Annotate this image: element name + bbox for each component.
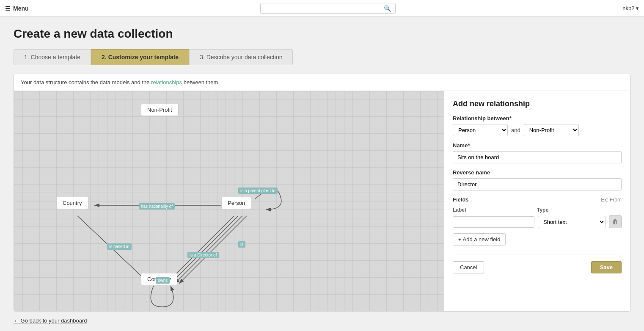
relationship-label: Relationship between* <box>453 115 622 121</box>
edge-label-is-based-in: is based in <box>107 243 132 250</box>
edge-label-is: is <box>238 241 245 248</box>
edge-label-parent: is a parent of ed to <box>238 188 278 194</box>
reverse-name-group: Reverse name <box>453 169 622 190</box>
step-3[interactable]: 3. Describe your data collection <box>189 49 293 65</box>
field-col-del-header <box>608 207 622 213</box>
graph-area[interactable]: Non-Profit Country Person Company has na… <box>14 91 444 311</box>
svg-line-3 <box>171 216 238 284</box>
and-text: and <box>511 127 520 133</box>
panel-title: Add new relationship <box>453 99 622 108</box>
save-button[interactable]: Save <box>591 261 622 273</box>
info-text-start: Your data structure contains the data mo… <box>21 79 151 86</box>
node-person[interactable]: Person <box>221 197 251 209</box>
info-bar: Your data structure contains the data mo… <box>14 74 630 91</box>
field-label-input-0[interactable] <box>453 216 534 228</box>
name-group: Name* <box>453 142 622 163</box>
menu-label: Menu <box>13 5 29 12</box>
info-text-end: between them. <box>182 79 220 86</box>
field-type-select-0[interactable]: Short text Long text Number Date Boolean <box>538 216 605 228</box>
fields-label: Fields <box>453 196 469 203</box>
node-non-profit[interactable]: Non-Profit <box>141 104 179 116</box>
entity1-select[interactable]: Person Company Country Non-Profit <box>453 124 508 136</box>
topnav: ☰ Menu 🔍 nkb2 ▾ <box>0 0 644 17</box>
right-panel: Add new relationship Relationship betwee… <box>444 91 630 311</box>
edge-label-is-director: is a Director of <box>187 252 219 258</box>
steps: 1. Choose a template 2. Customize your t… <box>14 49 630 65</box>
field-col-label-header: Label <box>453 207 534 213</box>
name-label: Name* <box>453 142 622 149</box>
page-title: Create a new data collection <box>14 27 630 41</box>
delete-field-button-0[interactable]: 🗑 <box>609 215 622 228</box>
fields-ex: Ex: From <box>601 197 622 203</box>
step-1[interactable]: 1. Choose a template <box>14 49 91 65</box>
node-country[interactable]: Country <box>56 197 88 209</box>
main-area: Non-Profit Country Person Company has na… <box>14 91 630 311</box>
edge-label-owns: owns <box>156 277 170 284</box>
page: Create a new data collection 1. Choose a… <box>0 17 644 331</box>
info-link[interactable]: relationships <box>151 79 182 86</box>
menu-button[interactable]: ☰ Menu <box>5 5 29 12</box>
relationship-row: Person Company Country Non-Profit and No… <box>453 124 622 136</box>
cancel-button[interactable]: Cancel <box>453 261 484 273</box>
field-row-0: Short text Long text Number Date Boolean… <box>453 215 622 228</box>
reverse-name-label: Reverse name <box>453 169 622 176</box>
svg-line-4 <box>175 216 242 284</box>
fields-header: Fields Ex: From <box>453 196 622 203</box>
add-field-button[interactable]: + Add a new field <box>453 233 506 245</box>
name-input[interactable] <box>453 151 622 163</box>
entity2-select[interactable]: Non-Profit Person Company Country <box>524 124 579 136</box>
svg-line-1 <box>77 216 149 284</box>
svg-line-5 <box>179 216 247 284</box>
user-menu[interactable]: nkb2 ▾ <box>622 5 639 11</box>
reverse-name-input[interactable] <box>453 178 622 190</box>
back-link[interactable]: ← Go back to your dashboard <box>14 317 87 324</box>
action-row: Cancel Save <box>453 254 622 273</box>
menu-icon: ☰ <box>5 5 11 12</box>
field-row-header: Label Type <box>453 207 622 213</box>
back-link-wrap: ← Go back to your dashboard <box>14 317 630 324</box>
relationship-group: Relationship between* Person Company Cou… <box>453 115 622 136</box>
search-wrap: 🔍 <box>34 3 618 14</box>
edge-label-has-nationality: has nationality of <box>139 203 175 210</box>
search-input[interactable] <box>260 3 396 14</box>
field-col-type-header: Type <box>537 207 605 213</box>
step-2[interactable]: 2. Customize your template <box>91 49 189 65</box>
search-icon: 🔍 <box>384 5 391 12</box>
content-box: Your data structure contains the data mo… <box>14 74 630 312</box>
